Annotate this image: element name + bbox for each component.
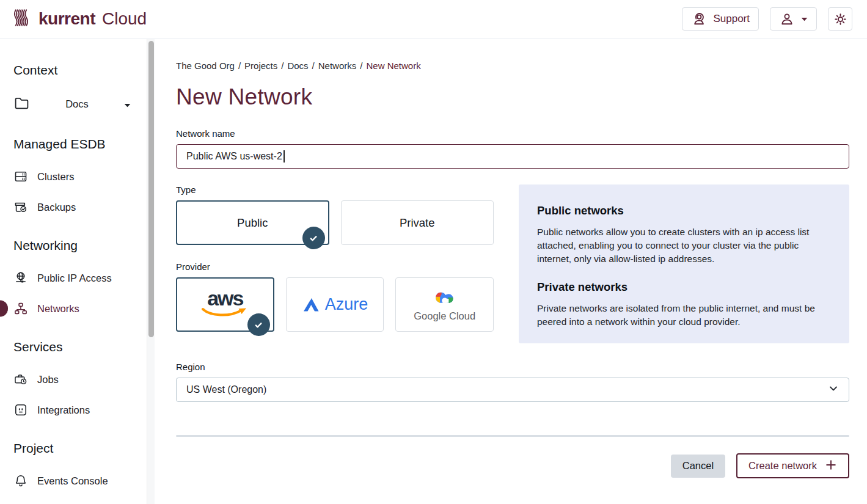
form-actions: Cancel Create network <box>176 453 849 478</box>
context-heading: Context <box>13 63 138 78</box>
info-public-networks: Public networks Public networks allow yo… <box>537 204 831 266</box>
chevron-down-icon <box>828 383 839 396</box>
user-menu-button[interactable] <box>770 7 817 31</box>
brand-suffix: Cloud <box>102 9 147 29</box>
sidebar-item-events-console[interactable]: Events Console <box>13 473 138 489</box>
sidebar-item-networks[interactable]: Networks <box>13 301 138 316</box>
sidebar-item-jobs[interactable]: Jobs <box>13 371 138 387</box>
project-context-selector[interactable]: Docs <box>13 95 131 114</box>
type-option-public[interactable]: Public <box>176 200 329 245</box>
breadcrumb: The Good Org/Projects/Docs/Networks/New … <box>176 60 849 71</box>
support-label: Support <box>713 13 750 25</box>
breadcrumb-separator: / <box>238 60 241 71</box>
sidebar-scrollbar-thumb[interactable] <box>148 41 154 337</box>
google-cloud-logo-text: Google Cloud <box>414 310 475 322</box>
create-network-label: Create network <box>748 460 817 472</box>
sidebar-item-clusters[interactable]: Clusters <box>13 169 138 184</box>
region-label: Region <box>176 362 849 372</box>
header-actions: Support <box>682 7 852 31</box>
theme-toggle-button[interactable] <box>828 7 852 31</box>
brand-logo[interactable]: kurrent Cloud <box>13 8 147 30</box>
create-network-button[interactable]: Create network <box>736 453 849 478</box>
kurrent-logo-mark-icon <box>13 8 33 30</box>
text-cursor <box>284 150 285 163</box>
bell-icon <box>13 473 28 488</box>
breadcrumb-separator: / <box>281 60 284 71</box>
provider-option-azure[interactable]: Azure <box>286 277 384 332</box>
info-heading: Private networks <box>537 280 831 294</box>
main-content: The Good Org/Projects/Docs/Networks/New … <box>156 38 867 504</box>
aws-logo: aws <box>200 290 249 320</box>
section-heading: Services <box>13 340 138 354</box>
type-private-label: Private <box>400 216 435 230</box>
section-heading: Managed ESDB <box>13 137 138 152</box>
support-button[interactable]: Support <box>682 7 759 31</box>
sidebar-item-label: Events Console <box>37 475 108 487</box>
sidebar-item-integrations[interactable]: Integrations <box>13 402 138 418</box>
app-root: kurrent Cloud Support <box>0 0 867 504</box>
type-provider-column: Type Public Private Provider <box>176 184 494 343</box>
section-services: Services Jobs <box>13 340 138 418</box>
azure-logo: Azure <box>302 295 368 314</box>
provider-option-aws[interactable]: aws <box>176 277 274 332</box>
type-option-private[interactable]: Private <box>341 200 494 245</box>
info-body: Public networks allow you to create clus… <box>537 225 831 266</box>
sidebar-scrollbar[interactable] <box>147 39 155 504</box>
info-private-networks: Private networks Private networks are is… <box>537 280 831 329</box>
app-header: kurrent Cloud Support <box>0 0 867 38</box>
breadcrumb-separator: / <box>312 60 315 71</box>
network-name-field-wrap <box>176 144 849 169</box>
user-icon <box>779 11 795 27</box>
network-name-label: Network name <box>176 128 849 139</box>
public-ip-access-icon <box>13 271 28 285</box>
jobs-icon <box>13 372 28 387</box>
type-label: Type <box>176 184 494 195</box>
folder-icon <box>13 95 30 114</box>
section-heading: Project <box>13 441 138 456</box>
plus-icon <box>825 459 837 473</box>
integrations-icon <box>13 403 28 417</box>
context-selected-project: Docs <box>30 98 124 110</box>
breadcrumb-separator: / <box>360 60 362 71</box>
network-types-info-panel: Public networks Public networks allow yo… <box>519 184 849 343</box>
sidebar-item-label: Backups <box>37 202 76 213</box>
sidebar-item-backups[interactable]: Backups <box>13 199 138 215</box>
caret-down-icon <box>124 99 131 110</box>
azure-triangle-icon <box>302 296 320 313</box>
cancel-button[interactable]: Cancel <box>671 455 725 478</box>
section-networking: Networking Public IP Access <box>13 238 138 316</box>
section-managed-esdb: Managed ESDB Clusters <box>13 137 138 215</box>
page-title: New Network <box>176 84 849 110</box>
sidebar-item-public-ip-access[interactable]: Public IP Access <box>13 270 138 286</box>
breadcrumb-org[interactable]: The Good Org <box>176 60 235 71</box>
aws-smile-icon <box>200 307 249 320</box>
clusters-icon <box>13 169 28 184</box>
region-block: Region US West (Oregon) <box>176 362 849 402</box>
selected-check-badge <box>247 313 270 336</box>
google-cloud-logo: Google Cloud <box>414 288 475 322</box>
provider-option-google-cloud[interactable]: Google Cloud <box>395 277 494 332</box>
sun-icon <box>833 12 848 27</box>
sidebar-item-label: Networks <box>37 303 79 315</box>
breadcrumb-project[interactable]: Docs <box>287 60 308 71</box>
sidebar-item-label: Jobs <box>37 374 59 385</box>
breadcrumb-networks[interactable]: Networks <box>318 60 357 71</box>
info-body: Private networks are isolated from the p… <box>537 302 831 329</box>
section-project: Project Events Console <box>13 441 138 504</box>
backups-icon <box>13 200 28 214</box>
selected-check-badge <box>302 227 325 249</box>
region-selected-value: US West (Oregon) <box>186 384 266 395</box>
footer-divider <box>176 435 849 437</box>
brand-name: kurrent <box>38 9 95 29</box>
networks-icon <box>13 301 28 316</box>
region-select[interactable]: US West (Oregon) <box>176 378 849 402</box>
azure-logo-text: Azure <box>325 295 368 314</box>
network-name-input[interactable] <box>176 144 849 169</box>
type-public-label: Public <box>237 216 268 230</box>
info-heading: Public networks <box>537 204 831 217</box>
breadcrumb-current: New Network <box>366 60 420 71</box>
section-heading: Networking <box>13 238 138 253</box>
aws-logo-text: aws <box>207 290 243 307</box>
chevron-down-icon <box>801 17 808 21</box>
breadcrumb-projects[interactable]: Projects <box>244 60 277 71</box>
